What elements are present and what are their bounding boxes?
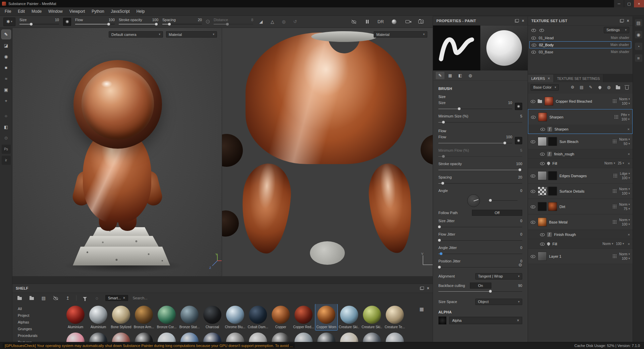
material-creature-ski[interactable]: Creature Ski...	[338, 304, 360, 330]
material-picker-tool[interactable]: +	[2, 96, 11, 105]
effect-sharpen[interactable]: ƒSharpen×	[528, 124, 633, 134]
slider-knob[interactable]	[503, 142, 506, 144]
close-panel-icon[interactable]: ×	[427, 286, 429, 290]
viewer-settings-tool[interactable]: ⚙	[2, 134, 11, 143]
display-filter-tool[interactable]: ◧	[2, 122, 11, 132]
material-aluminium[interactable]: Aluminium	[64, 304, 87, 330]
material-partial[interactable]	[338, 331, 360, 342]
viewport-3d[interactable]: Y X Z Default camera▾Material▾	[12, 28, 222, 276]
layer-content-icon[interactable]	[612, 204, 617, 209]
layer-mask-thumbnail[interactable]	[548, 171, 557, 180]
layer-visibility-icon[interactable]	[540, 161, 545, 165]
properties-tab-material[interactable]: ◍	[466, 72, 475, 79]
blend-mode-dropdown[interactable]: Pthr▾	[621, 113, 630, 117]
visibility-eye-icon[interactable]	[53, 296, 58, 300]
backface-slider[interactable]	[438, 290, 522, 293]
shelf-category-procedurals[interactable]: Procedurals	[18, 332, 62, 339]
param-minimum-size-slider[interactable]	[438, 120, 522, 124]
param-angle-jitter[interactable]: Angle Jitter0	[438, 244, 522, 258]
shelf-category-alphas[interactable]: Alphas	[18, 319, 62, 326]
stencil-visibility-icon[interactable]	[350, 18, 358, 26]
layer-mask-thumbnail[interactable]	[548, 137, 557, 146]
pause-paint-engine-icon[interactable]	[364, 18, 371, 26]
brush-preset-button[interactable]: ✱▾	[3, 17, 15, 26]
texture-set-01-head[interactable]: 01_HeadMain shader	[529, 34, 631, 41]
smudge-tool[interactable]: ≈	[2, 74, 11, 83]
material-bronze-cor[interactable]: Bronze Cor...	[156, 304, 178, 330]
camera-video-icon[interactable]	[404, 18, 411, 26]
polygon-fill-tool[interactable]: ■	[2, 63, 11, 72]
add-paint-layer-icon[interactable]: ✎	[588, 84, 594, 90]
param-minimum-size[interactable]: Minimum Size (%)5	[438, 113, 522, 126]
remove-effect-icon[interactable]: ×	[628, 152, 630, 156]
texture-set-visibility-icon[interactable]	[532, 43, 536, 47]
visibility-solo-icon[interactable]	[539, 28, 544, 32]
layer-visibility-icon[interactable]	[531, 254, 535, 258]
layer-visibility-icon[interactable]	[531, 189, 535, 193]
material-partial[interactable]	[384, 331, 406, 342]
param-size-space-dropdown[interactable]: Object▾	[475, 299, 522, 305]
resources-updater-icon[interactable]: ▤	[40, 294, 47, 302]
follow-path-toggle[interactable]: Off	[472, 210, 522, 216]
remove-effect-icon[interactable]: ×	[628, 127, 630, 131]
layer-copper-red-bleached[interactable]: Copper Red BleachedNorm▾100▾	[528, 94, 633, 109]
param-angle-jitter-slider[interactable]	[438, 252, 522, 255]
close-button[interactable]: ×	[634, 0, 644, 7]
texture-set-visibility-icon[interactable]	[531, 50, 536, 54]
param-flow-jitter-slider[interactable]	[438, 239, 522, 242]
blend-mode-dropdown[interactable]: Norm▾	[619, 137, 630, 142]
material-creature-te[interactable]: Creature Te...	[384, 304, 406, 330]
layer-visibility-icon[interactable]	[540, 242, 545, 246]
layer-content-icon[interactable]	[612, 220, 617, 224]
param-flow-slider[interactable]	[438, 141, 512, 145]
minimize-button[interactable]: ─	[614, 0, 624, 7]
layer-thumbnail[interactable]	[538, 171, 547, 180]
menu-item-javascript[interactable]: JavaScript	[108, 7, 133, 15]
toolbar-size-group[interactable]: Size10	[19, 18, 59, 26]
material-partial[interactable]	[201, 331, 223, 342]
toolbar-size-slider[interactable]	[19, 22, 59, 26]
blend-mode-dropdown[interactable]: Norm▾	[619, 202, 630, 207]
angle-slider[interactable]	[489, 199, 518, 202]
param-position-jitter-slider[interactable]	[438, 265, 522, 269]
iray-badge[interactable]: ir	[2, 156, 11, 165]
opacity-dropdown[interactable]: 100▾	[622, 101, 630, 106]
slider-knob[interactable]	[438, 226, 441, 228]
remove-effect-icon[interactable]: ×	[628, 161, 630, 165]
param-minimum-flow[interactable]: Minimum Flow (%)5	[438, 147, 522, 160]
opacity-dropdown[interactable]: 50▾	[624, 142, 630, 146]
slider-knob[interactable]	[519, 168, 521, 171]
effect-finish-rough[interactable]: ƒFinish Rough×	[528, 230, 633, 239]
layer-content-icon[interactable]	[612, 99, 617, 103]
shader-settings-icon[interactable]: ◉	[635, 31, 642, 38]
param-spacing[interactable]: Spacing20	[438, 174, 522, 187]
export-resources-icon[interactable]: ↥	[64, 294, 71, 302]
paint-tool[interactable]: ✎	[2, 30, 11, 39]
maximize-button[interactable]: ▢	[624, 0, 634, 7]
layer-thumbnail[interactable]	[538, 217, 547, 227]
layer-edges-damages[interactable]: Edges DamagesLdge▾100▾	[528, 168, 633, 184]
material-partial[interactable]	[247, 331, 269, 342]
blend-mode-dropdown[interactable]: Norm▾	[619, 187, 630, 191]
smart-filter-chip[interactable]: Smart... ×	[105, 295, 128, 301]
effect-finish-rough[interactable]: ƒfinish_rough×	[528, 149, 633, 159]
material-bronze-stat[interactable]: Bronze Stat...	[178, 304, 201, 330]
material-partial[interactable]	[270, 331, 292, 342]
add-fill-layer-icon[interactable]	[597, 84, 603, 90]
material-partial[interactable]	[361, 331, 383, 342]
toolbar-stroke-opacity-group[interactable]: Stroke opacity100	[119, 18, 158, 26]
param-stroke-opacity-slider[interactable]	[438, 168, 522, 171]
effect-blend-dropdown[interactable]: Norm▾	[602, 242, 613, 246]
slider-knob[interactable]	[226, 23, 229, 26]
menu-item-edit[interactable]: Edit	[14, 7, 28, 15]
menu-item-viewport[interactable]: Viewport	[66, 7, 88, 15]
symmetry-tool[interactable]: ○	[2, 111, 11, 120]
filter-layers-icon[interactable]: ⚙	[570, 84, 576, 90]
shelf-category-project[interactable]: Project	[18, 312, 62, 319]
toolbar-stroke-opacity-slider[interactable]	[119, 22, 158, 26]
effect-fill[interactable]: FillNorm▾25▾×	[528, 159, 633, 168]
properties-tab-alpha[interactable]: ▦	[446, 72, 454, 79]
param-alignment-dropdown[interactable]: Tangent | Wrap▾	[475, 273, 522, 280]
menu-item-window[interactable]: Window	[45, 7, 66, 15]
material-chrome-blu[interactable]: Chrome Blu...	[224, 304, 246, 330]
